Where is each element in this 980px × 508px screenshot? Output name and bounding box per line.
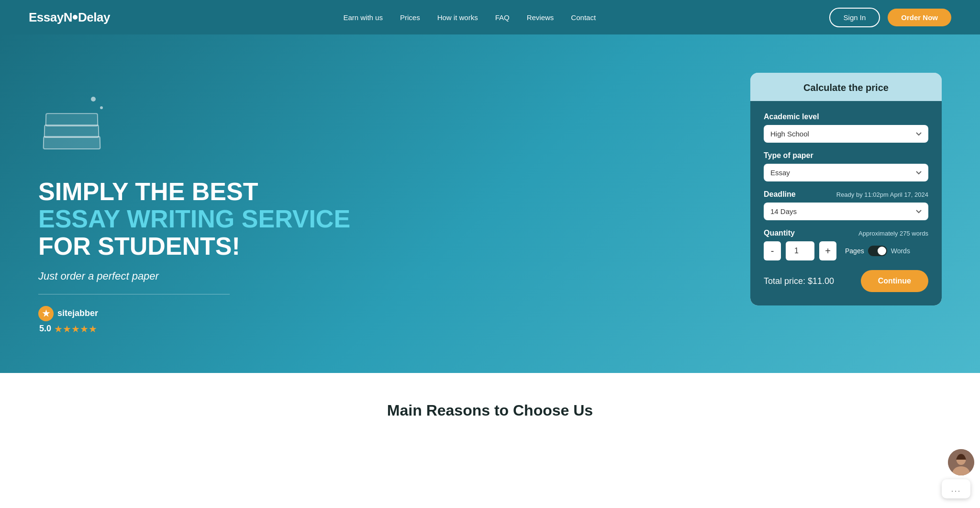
calculator-footer: Total price: $11.00 Continue bbox=[764, 270, 928, 292]
nav-reviews[interactable]: Reviews bbox=[527, 13, 554, 22]
book-stack bbox=[38, 92, 105, 149]
header: EssayNDelay Earn with us Prices How it w… bbox=[0, 0, 980, 34]
hero-subtitle: Just order a perfect paper bbox=[38, 270, 159, 282]
calculator-title: Calculate the price bbox=[750, 73, 942, 101]
nav-contact[interactable]: Contact bbox=[571, 13, 596, 22]
deco-dot-2 bbox=[100, 106, 103, 109]
deadline-ready: Ready by 11:02pm April 17, 2024 bbox=[836, 191, 928, 198]
academic-level-field: Academic level High School Undergraduate… bbox=[764, 113, 928, 143]
academic-level-label: Academic level bbox=[764, 113, 928, 121]
deco-dot-1 bbox=[91, 97, 96, 102]
logo[interactable]: EssayNDelay bbox=[29, 10, 110, 25]
pages-label: Pages bbox=[845, 247, 864, 255]
words-label: Words bbox=[891, 247, 910, 255]
order-now-button[interactable]: Order Now bbox=[888, 9, 951, 26]
deadline-label: Deadline bbox=[764, 190, 796, 199]
book-1 bbox=[43, 136, 101, 149]
logo-dot bbox=[73, 15, 78, 20]
total-price: Total price: $11.00 bbox=[764, 276, 834, 286]
deadline-field: Deadline Ready by 11:02pm April 17, 2024… bbox=[764, 190, 928, 220]
calculator-body: Academic level High School Undergraduate… bbox=[750, 101, 942, 305]
hero-title-line2: ESSAY WRITING SERVICE bbox=[38, 205, 350, 233]
continue-button[interactable]: Continue bbox=[861, 270, 928, 292]
pages-words-toggle: Pages Words bbox=[845, 246, 910, 256]
quantity-row: - + Pages Words bbox=[764, 241, 928, 260]
nav-earn[interactable]: Earn with us bbox=[343, 13, 383, 22]
quantity-field: Quantity Approximately 275 words - + Pag… bbox=[764, 229, 928, 260]
nav-faq[interactable]: FAQ bbox=[495, 13, 510, 22]
quantity-minus-button[interactable]: - bbox=[764, 241, 781, 260]
nav-prices[interactable]: Prices bbox=[400, 13, 420, 22]
quantity-plus-button[interactable]: + bbox=[819, 241, 836, 260]
nav-how-it-works[interactable]: How it works bbox=[437, 13, 478, 22]
main-nav: Earn with us Prices How it works FAQ Rev… bbox=[343, 13, 596, 22]
sitejabber-icon: ★ bbox=[38, 306, 54, 321]
hero-divider bbox=[38, 294, 230, 294]
paper-type-label: Type of paper bbox=[764, 151, 928, 160]
toggle-knob bbox=[878, 247, 886, 255]
paper-type-select[interactable]: Essay Research Paper Term Paper Disserta… bbox=[764, 164, 928, 181]
price-calculator: Calculate the price Academic level High … bbox=[750, 73, 942, 305]
stars-row: 5.0 ★★★★★ bbox=[39, 323, 97, 335]
signin-button[interactable]: Sign In bbox=[829, 8, 880, 27]
hero-title-line1: SIMPLY THE BEST bbox=[38, 178, 258, 205]
sitejabber-name: sitejabber bbox=[57, 308, 98, 318]
paper-type-field: Type of paper Essay Research Paper Term … bbox=[764, 151, 928, 181]
hero-title: SIMPLY THE BEST ESSAY WRITING SERVICE FO… bbox=[38, 178, 350, 260]
sitejabber-badge: ★ sitejabber bbox=[38, 306, 98, 321]
lower-heading: Main Reasons to Choose Us bbox=[38, 402, 942, 419]
quantity-input[interactable] bbox=[786, 241, 814, 260]
academic-level-select[interactable]: High School Undergraduate Bachelor Maste… bbox=[764, 125, 928, 143]
quantity-label-row: Quantity Approximately 275 words bbox=[764, 229, 928, 237]
quantity-label: Quantity bbox=[764, 229, 795, 237]
book-illustration bbox=[38, 92, 115, 169]
star-icons: ★★★★★ bbox=[54, 323, 97, 335]
quantity-approx: Approximately 275 words bbox=[858, 230, 928, 237]
hero-section: SIMPLY THE BEST ESSAY WRITING SERVICE FO… bbox=[0, 34, 980, 373]
hero-left: SIMPLY THE BEST ESSAY WRITING SERVICE FO… bbox=[38, 63, 750, 335]
lower-section: Main Reasons to Choose Us bbox=[0, 373, 980, 448]
rating-number: 5.0 bbox=[39, 324, 51, 334]
hero-title-line3: FOR STUDENTS! bbox=[38, 232, 240, 260]
sitejabber-row: ★ sitejabber 5.0 ★★★★★ bbox=[38, 306, 98, 335]
deadline-select[interactable]: 14 Days 10 Days 7 Days 5 Days 3 Days 2 D… bbox=[764, 203, 928, 220]
pages-words-switch[interactable] bbox=[868, 246, 887, 256]
header-buttons: Sign In Order Now bbox=[829, 8, 951, 27]
deadline-label-row: Deadline Ready by 11:02pm April 17, 2024 bbox=[764, 190, 928, 199]
